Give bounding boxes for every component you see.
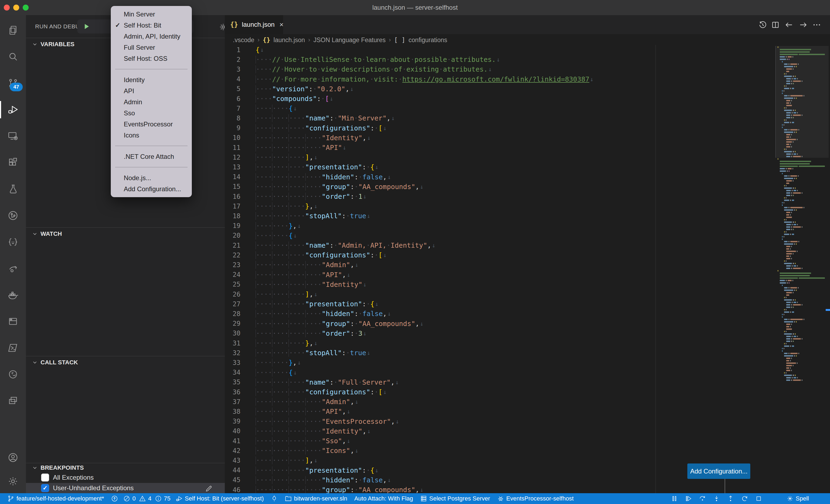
breakpoint-all-exceptions-row[interactable]: All Exceptions — [26, 472, 225, 483]
code-line[interactable]: 2····//·Use·IntelliSense·to·learn·about·… — [225, 55, 500, 65]
status-stop-icon[interactable] — [752, 493, 766, 504]
code-line[interactable]: 18············"stopAll":·true↓ — [225, 211, 371, 221]
status-bitwarden-server-sln[interactable]: bitwarden-server.sln — [281, 493, 351, 504]
code-line[interactable]: 20········{↓ — [225, 231, 297, 241]
code-line[interactable]: 27············"presentation":·{↓ — [225, 299, 379, 309]
activity-bar-window-layers-icon[interactable] — [0, 389, 26, 413]
status-spell-checker[interactable]: Spell — [783, 493, 812, 504]
activity-bar-source-control-icon[interactable]: 47 — [0, 71, 26, 95]
code-line[interactable]: 29················"group":·"AA_compounds… — [225, 319, 423, 329]
activity-bar-json-brackets-icon[interactable] — [0, 230, 26, 254]
code-line[interactable]: 6····"compounds":·[↓ — [225, 94, 333, 104]
code-line[interactable]: 11················"API"↓ — [225, 143, 346, 153]
minimap[interactable] — [775, 45, 830, 493]
split-editor-icon[interactable] — [769, 19, 781, 31]
code-line[interactable]: 10················"Identity",↓ — [225, 133, 371, 143]
code-line[interactable]: 26············],↓ — [225, 289, 317, 299]
breadcrumb-configurations[interactable]: configurations — [409, 36, 447, 44]
status-eventsprocessor-selfhost[interactable]: EventsProcessor-selfhost — [493, 493, 577, 504]
code-line[interactable]: 23················"Admin",↓ — [225, 260, 358, 270]
watch-section-header[interactable]: WATCH — [26, 227, 225, 240]
code-line[interactable]: 3····//·Hover·to·view·descriptions·of·ex… — [225, 64, 492, 74]
status-feature-self-hosted-development[interactable]: feature/self-hosted-development* — [4, 493, 107, 504]
code-line[interactable]: 40················"Identity",↓ — [225, 426, 371, 436]
code-line[interactable]: 19········},↓ — [225, 221, 301, 231]
menu-item-full-server[interactable]: Full Server — [111, 42, 192, 53]
code-line[interactable]: 44············"presentation":·{↓ — [225, 465, 379, 475]
minimap-viewport[interactable] — [775, 46, 829, 158]
code-line[interactable]: 36············"configurations":·[↓ — [225, 387, 387, 397]
navigate-forward-icon[interactable] — [797, 19, 809, 31]
code-line[interactable]: 16················"order":·1↓ — [225, 192, 366, 201]
code-line[interactable]: 5····"version":·"0.2.0",↓ — [225, 84, 353, 94]
activity-bar-dev-container-icon[interactable] — [0, 309, 26, 333]
code-line[interactable]: 17············},↓ — [225, 201, 317, 211]
tab-launch-json[interactable]: {} launch.json × — [225, 15, 283, 34]
code-line[interactable]: 4····//·For·more·information,·visit:·htt… — [225, 74, 594, 84]
status-step-into-icon[interactable] — [709, 493, 724, 504]
code-line[interactable]: 14················"hidden":·false,↓ — [225, 172, 391, 182]
code-line[interactable]: 1{↓ — [225, 45, 264, 55]
code-line[interactable]: 9············"configurations":·[↓ — [225, 123, 387, 133]
code-line[interactable]: 13············"presentation":·{↓ — [225, 162, 379, 172]
menu-item-node-js[interactable]: Node.js... — [111, 172, 192, 183]
menu-item-self-host-bit[interactable]: ✓Self Host: Bit — [111, 20, 192, 31]
activity-bar-account-icon[interactable] — [0, 446, 26, 469]
status-75[interactable]: 75 — [153, 493, 172, 504]
start-debugging-button[interactable] — [79, 20, 94, 33]
code-line[interactable]: 32············"stopAll":·true↓ — [225, 348, 371, 358]
activity-bar-search-icon[interactable] — [0, 45, 26, 69]
breadcrumb-json-language-features[interactable]: JSON Language Features — [313, 36, 386, 44]
activity-bar-run-debug-icon[interactable] — [0, 98, 26, 122]
code-line[interactable]: 38················"API",↓ — [225, 406, 350, 416]
status-step-out-icon[interactable] — [724, 493, 738, 504]
code-line[interactable]: 34········{↓ — [225, 368, 297, 378]
code-line[interactable]: 43············],↓ — [225, 456, 317, 465]
status-continue-icon[interactable] — [681, 493, 696, 504]
activity-bar-live-share-icon[interactable] — [0, 257, 26, 280]
activity-bar-postgres-icon[interactable] — [0, 363, 26, 386]
activity-bar-remote-explorer-icon[interactable] — [0, 124, 26, 148]
navigate-back-icon[interactable] — [783, 19, 795, 31]
edit-breakpoint-pencil-icon[interactable] — [205, 484, 213, 493]
breadcrumb-launch-json[interactable]: launch.json — [274, 36, 305, 44]
status-step-over-icon[interactable] — [696, 493, 709, 504]
status-select-postgres-server[interactable]: Select Postgres Server — [417, 493, 493, 504]
code-line[interactable]: 42················"Icons",↓ — [225, 446, 358, 456]
status-auto-attach-with-flag[interactable]: Auto Attach: With Flag — [351, 493, 417, 504]
menu-item-eventsprocessor[interactable]: EventsProcessor — [111, 119, 192, 130]
code-line[interactable]: 45················"hidden":·false,↓ — [225, 475, 391, 485]
menu-item-admin-api-identity[interactable]: Admin, API, Identity — [111, 31, 192, 42]
menu-item-icons[interactable]: Icons — [111, 130, 192, 141]
code-line[interactable]: 28················"hidden":·false,↓ — [225, 309, 391, 319]
code-line[interactable]: 22············"configurations":·[↓ — [225, 250, 387, 260]
editor-more-actions-icon[interactable] — [811, 19, 823, 31]
status-restart-icon[interactable] — [738, 493, 752, 504]
menu-item-identity[interactable]: Identity — [111, 74, 192, 86]
status-0[interactable]: 0 — [122, 493, 137, 504]
activity-bar-settings-gear-icon[interactable] — [0, 469, 26, 493]
activity-bar-testing-icon[interactable] — [0, 177, 26, 201]
call-stack-section-header[interactable]: CALL STACK — [26, 356, 225, 368]
timeline-icon[interactable] — [757, 19, 769, 31]
code-line[interactable]: 30················"order":·3↓ — [225, 329, 366, 338]
code-line[interactable]: 25················"Identity"↓ — [225, 279, 366, 290]
activity-bar-powershell-icon[interactable] — [0, 336, 26, 360]
code-line[interactable]: 31············},↓ — [225, 338, 317, 348]
status-self-host-bit-server-selfhost[interactable]: Self Host: Bit (server-selfhost) — [172, 493, 267, 504]
activity-bar-docker-icon[interactable] — [0, 283, 26, 307]
code-line[interactable]: 12············],↓ — [225, 152, 317, 162]
code-line[interactable]: 37················"Admin",↓ — [225, 397, 358, 407]
menu-item-api[interactable]: API — [111, 86, 192, 96]
status-publish-icon[interactable] — [107, 493, 122, 504]
status-4[interactable]: 4 — [137, 493, 153, 504]
breadcrumb-vscode[interactable]: .vscode — [233, 36, 254, 44]
code-line[interactable]: 7········{↓ — [225, 103, 297, 113]
menu-item-admin[interactable]: Admin — [111, 96, 192, 107]
add-configuration-button[interactable]: Add Configuration... — [687, 464, 750, 479]
breakpoint-user-unhandled-row[interactable]: ✓ User-Unhandled Exceptions — [26, 483, 225, 493]
code-line[interactable]: 39················"EventsProcessor",↓ — [225, 416, 399, 427]
code-line[interactable]: 33········},↓ — [225, 358, 301, 368]
user-unhandled-checkbox[interactable]: ✓ — [41, 484, 49, 492]
code-line[interactable]: 8············"name":·"Min·Server",↓ — [225, 113, 395, 123]
